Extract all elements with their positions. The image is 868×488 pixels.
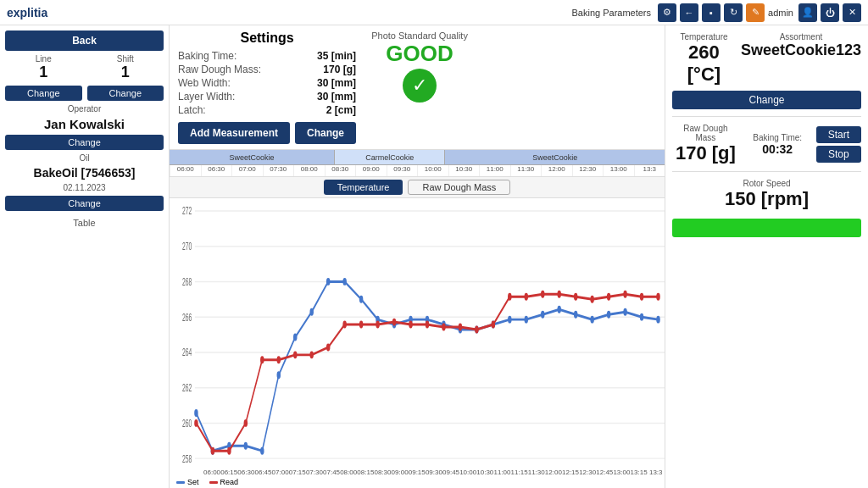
settings-icon-btn[interactable]: ⚙ xyxy=(658,3,676,22)
legend-set-dot xyxy=(176,481,185,484)
temp-assort-row: Temperature 260 [°C] Assortment SweetCoo… xyxy=(672,32,861,86)
time-09:30: 09:30 xyxy=(387,165,418,176)
svg-text:266: 266 xyxy=(182,310,192,323)
svg-point-36 xyxy=(525,316,528,324)
svg-point-70 xyxy=(607,293,610,301)
raw-dough-rp-label: Raw Dough Mass xyxy=(672,124,739,142)
assort-change-button[interactable]: Change xyxy=(672,91,861,109)
time-13:30: 13:3 xyxy=(634,165,665,176)
svg-point-63 xyxy=(492,321,495,329)
shift-block: Shift 1 xyxy=(87,54,164,82)
oil-label: Oil xyxy=(5,153,164,163)
line-shift-row: Line 1 Shift 1 xyxy=(5,54,164,82)
svg-point-45 xyxy=(194,419,198,427)
time-08:00: 08:00 xyxy=(293,165,325,176)
time-06:00: 06:00 xyxy=(170,165,201,176)
time-13:00: 13:00 xyxy=(603,165,634,176)
stop-button[interactable]: Stop xyxy=(816,146,861,163)
raw-dough-section: Raw Dough Mass 170 [g] xyxy=(672,124,739,164)
svg-point-16 xyxy=(194,409,198,417)
svg-point-72 xyxy=(640,293,643,301)
line-change-button[interactable]: Change xyxy=(5,86,82,101)
app-logo: explitia xyxy=(7,6,47,19)
quality-icon: ✓ xyxy=(403,69,437,103)
assort-seg-2: CarmelCookie xyxy=(335,150,445,164)
assort-section: Assortment SweetCookie123 xyxy=(741,32,861,86)
svg-point-51 xyxy=(293,351,297,358)
time-11:00: 11:00 xyxy=(479,165,510,176)
chart-tabs-row: Temperature Raw Dough Mass xyxy=(170,177,665,198)
add-measurement-button[interactable]: Add Measurement xyxy=(178,122,290,144)
svg-point-25 xyxy=(342,278,346,286)
quality-block: Photo Standard Quality GOOD ✓ xyxy=(364,30,475,103)
x-axis-labels: 06:00 06:15 06:30 06:45 07:00 07:15 07:3… xyxy=(203,469,665,476)
oil-name: BakeOil [7546653] xyxy=(5,166,164,180)
svg-point-39 xyxy=(574,311,577,319)
svg-point-40 xyxy=(590,316,593,324)
edit-icon-btn[interactable]: ✎ xyxy=(746,3,765,22)
svg-point-59 xyxy=(426,321,429,329)
logout-icon-btn[interactable]: ⏻ xyxy=(821,3,839,22)
start-button[interactable]: Start xyxy=(816,126,861,143)
svg-text:270: 270 xyxy=(182,239,192,252)
svg-point-44 xyxy=(656,316,659,324)
line-block: Line 1 xyxy=(5,54,82,82)
oil-change-button[interactable]: Change xyxy=(5,196,164,211)
svg-point-65 xyxy=(525,293,528,301)
temp-label: Temperature xyxy=(672,32,736,42)
layer-width-row: Layer Width: 30 [mm] xyxy=(178,90,356,103)
temp-value: 260 [°C] xyxy=(672,42,736,86)
svg-point-20 xyxy=(260,447,264,455)
layer-width-key: Layer Width: xyxy=(178,91,235,103)
shift-change-button[interactable]: Change xyxy=(87,86,164,101)
operator-label: Operator xyxy=(5,104,164,114)
shift-label: Shift xyxy=(87,54,164,64)
change-settings-button[interactable]: Change xyxy=(295,122,356,144)
svg-point-60 xyxy=(442,324,445,331)
refresh-icon-btn[interactable]: ↻ xyxy=(724,3,743,22)
svg-point-22 xyxy=(293,334,297,341)
table-label: Table xyxy=(5,218,164,228)
svg-point-50 xyxy=(277,356,281,363)
baking-time-val: 35 [min] xyxy=(317,50,356,62)
latch-row: Latch: 2 [cm] xyxy=(178,103,356,117)
raw-dough-tab[interactable]: Raw Dough Mass xyxy=(408,180,510,195)
svg-point-24 xyxy=(326,278,330,286)
legend-read: Read xyxy=(209,478,239,486)
svg-point-56 xyxy=(376,321,379,329)
time-10:00: 10:00 xyxy=(417,165,448,176)
baking-time-key: Baking Time: xyxy=(178,50,236,62)
square-icon-btn[interactable]: ▪ xyxy=(702,3,721,22)
back-button[interactable]: Back xyxy=(5,30,164,51)
svg-point-43 xyxy=(640,313,643,321)
chart-wrapper: SweetCookie CarmelCookie SweetCookie 06:… xyxy=(170,150,665,488)
svg-point-46 xyxy=(211,447,214,455)
raw-dough-baking-row: Raw Dough Mass 170 [g] Baking Time: 00:3… xyxy=(672,124,861,164)
change-row: Change Change xyxy=(5,86,164,101)
svg-point-66 xyxy=(541,291,544,298)
svg-point-21 xyxy=(277,371,281,379)
chart-svg: 272 270 268 266 264 262 260 258 xyxy=(170,198,665,476)
baking-params-label: Baking Parameters xyxy=(571,8,651,18)
svg-point-62 xyxy=(475,326,478,334)
temperature-tab[interactable]: Temperature xyxy=(324,180,403,195)
close-icon-btn[interactable]: ✕ xyxy=(843,3,861,22)
user-icon-btn[interactable]: 👤 xyxy=(798,3,817,22)
web-width-row: Web Width: 30 [mm] xyxy=(178,76,356,90)
settings-block: Settings Baking Time: 35 [min] Raw Dough… xyxy=(178,30,356,144)
back-icon-btn[interactable]: ← xyxy=(680,3,698,22)
svg-text:258: 258 xyxy=(182,452,192,464)
shift-value: 1 xyxy=(87,64,164,82)
time-10:30: 10:30 xyxy=(448,165,480,176)
rotor-speed-bar xyxy=(672,219,861,237)
rotor-section: Rotor Speed 150 [rpm] xyxy=(672,179,861,210)
svg-text:268: 268 xyxy=(182,274,192,287)
svg-point-71 xyxy=(623,291,626,298)
left-panel: Back Line 1 Shift 1 Change Change Operat… xyxy=(0,25,170,488)
divider-2 xyxy=(672,171,861,172)
operator-name: Jan Kowalski xyxy=(5,117,164,131)
svg-text:264: 264 xyxy=(182,346,192,358)
legend-read-label: Read xyxy=(220,478,239,486)
rotor-value: 150 [rpm] xyxy=(672,188,861,210)
operator-change-button[interactable]: Change xyxy=(5,135,164,150)
